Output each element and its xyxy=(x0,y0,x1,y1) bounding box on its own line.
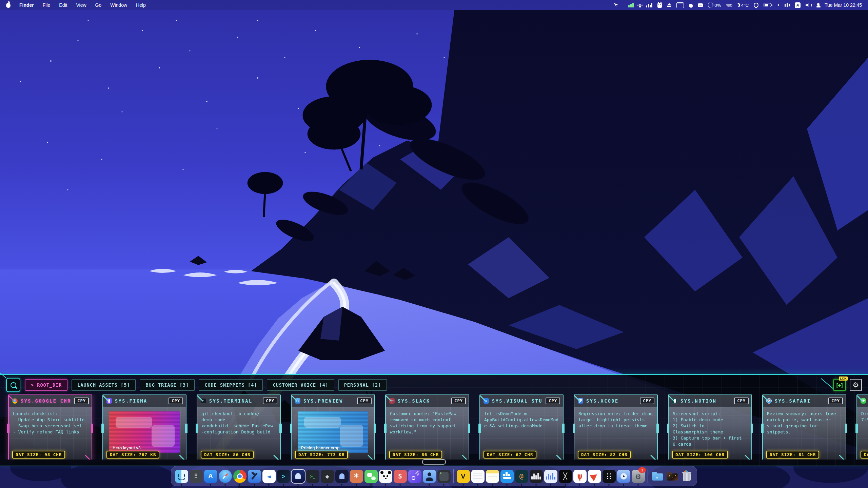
battery-icon[interactable] xyxy=(764,3,772,7)
dock-xcode[interactable] xyxy=(248,467,261,486)
dock-docker[interactable] xyxy=(500,467,514,486)
clip-card[interactable]: SYS.FIGMA CPY Hero layout v3 DAT_SIZE: 7… xyxy=(102,394,186,460)
volume-icon[interactable] xyxy=(806,3,812,7)
menu-bar: Finder File Edit View Go Window Help 0%4… xyxy=(0,0,868,10)
dock-pastepaw[interactable] xyxy=(291,467,305,486)
menu-finder[interactable]: Finder xyxy=(19,2,34,8)
dock-dotlist-app[interactable] xyxy=(602,467,616,486)
dock-swirl-app[interactable]: S xyxy=(393,467,407,486)
dock-chrome[interactable] xyxy=(233,467,246,486)
data-size-badge: DAT_SIZE: 98 CHR xyxy=(12,451,65,459)
copy-button[interactable]: CPY xyxy=(640,398,654,404)
menu-view[interactable]: View xyxy=(76,2,86,8)
clip-card[interactable]: SYS.XCODE CPY Regression note: folder dr… xyxy=(574,394,658,460)
dock-finder[interactable] xyxy=(175,467,188,486)
tab-bug-triage-3[interactable]: BUG TRIAGE [3] xyxy=(140,379,195,391)
apple-menu-icon[interactable] xyxy=(6,3,11,8)
pin-icon[interactable] xyxy=(754,3,758,7)
user-icon[interactable] xyxy=(817,5,820,5)
bell-icon[interactable] xyxy=(689,3,693,7)
dock-warp[interactable]: > xyxy=(277,467,290,486)
card-notch xyxy=(573,424,575,433)
paw-icon[interactable] xyxy=(639,3,641,7)
eject-icon[interactable] xyxy=(667,3,671,7)
dock-at-audio-app[interactable]: @ xyxy=(515,467,528,486)
copy-button[interactable]: CPY xyxy=(74,398,89,404)
tab-code-snippets-4[interactable]: CODE SNIPPETS [4] xyxy=(199,379,263,391)
tab-launch-assets-5[interactable]: LAUNCH ASSETS [5] xyxy=(72,379,136,391)
settings-button[interactable]: ⚙ xyxy=(850,379,862,391)
copy-button[interactable]: CPY xyxy=(263,398,277,404)
clip-card[interactable]: SYS.MESSAGES CPY Dinner at 7:30, table D… xyxy=(856,394,868,460)
dock-homepod[interactable] xyxy=(617,467,630,486)
dock-screen-sharing[interactable] xyxy=(422,467,436,486)
menu-file[interactable]: File xyxy=(43,2,51,8)
cursor-icon[interactable] xyxy=(614,3,618,7)
clip-card[interactable]: SYS.SLACK CPY Customer quote: "PastePaw … xyxy=(385,394,469,460)
menu-help[interactable]: Help xyxy=(136,2,146,8)
menu-edit[interactable]: Edit xyxy=(59,2,67,8)
dock-textedit[interactable] xyxy=(471,467,485,486)
copy-button[interactable]: CPY xyxy=(169,398,183,404)
dock-wechat[interactable] xyxy=(364,467,378,486)
dock-claude[interactable]: * xyxy=(350,467,363,486)
inbox-icon[interactable] xyxy=(698,3,703,7)
dock-comet-browser[interactable] xyxy=(408,467,421,486)
load-icon[interactable]: 0% xyxy=(708,2,721,8)
dock-waveform-app[interactable] xyxy=(544,467,557,486)
search-button[interactable] xyxy=(6,378,20,392)
dock-trash[interactable] xyxy=(680,467,693,486)
dock-notes[interactable] xyxy=(486,467,499,486)
clip-card[interactable]: SYS.NOTION CPY Screenshot script: 1) Ena… xyxy=(668,394,752,460)
dock-app-store[interactable]: A xyxy=(204,467,217,486)
dock-capcut[interactable]: ╳ xyxy=(558,467,572,486)
dock-keycap-app[interactable] xyxy=(437,467,451,486)
running-indicator xyxy=(181,484,182,486)
dock-panda-app[interactable] xyxy=(379,467,392,486)
dock-safari[interactable] xyxy=(218,467,232,486)
dock-eq-app[interactable] xyxy=(529,467,543,486)
new-snippet-label: [+] xyxy=(836,382,843,388)
clip-card[interactable]: SYS.GOOGLE CHROME CPY Launch checklist: … xyxy=(8,394,92,460)
coffee-icon[interactable] xyxy=(726,4,731,7)
dock-folder-art[interactable] xyxy=(665,467,679,486)
llama-icon[interactable] xyxy=(657,2,662,8)
copy-button[interactable]: CPY xyxy=(546,398,560,404)
menu-clock[interactable]: Tue Mar 10 22:45 xyxy=(825,2,862,8)
copy-button[interactable]: CPY xyxy=(828,398,843,404)
copy-button[interactable]: CPY xyxy=(451,398,466,404)
dock-ghost-terminal[interactable] xyxy=(335,467,349,486)
clip-card[interactable]: ◄ SYS.VISUAL STUDIO… CPY let isDemoMode … xyxy=(479,394,564,460)
tab-customer-voice-4[interactable]: CUSTOMER VOICE [4] xyxy=(267,379,334,391)
clip-card[interactable]: SYS.SAFARI CPY Review summary: users lov… xyxy=(762,394,846,460)
dock-folder-blue[interactable]: ❖ xyxy=(651,467,664,486)
dock-iterm[interactable]: >_ xyxy=(306,467,319,486)
list-icon[interactable] xyxy=(676,2,684,8)
signal-icon[interactable] xyxy=(628,3,634,7)
input-source-icon[interactable]: A xyxy=(795,2,801,8)
copy-button[interactable]: CPY xyxy=(734,398,749,404)
dock-yellow-v-app[interactable]: V xyxy=(456,467,470,486)
tab-root-dir[interactable]: > ROOT_DIR xyxy=(25,379,67,391)
copy-button[interactable]: CPY xyxy=(357,398,372,404)
dock-claw-app[interactable]: ψ xyxy=(573,467,587,486)
dock-cube-app[interactable]: ◆ xyxy=(320,467,334,486)
dock-arrow-app[interactable] xyxy=(588,467,601,486)
dock-settings[interactable]: ⚙1 xyxy=(631,467,645,486)
clip-cards-row: SYS.GOOGLE CHROME CPY Launch checklist: … xyxy=(0,394,868,460)
menu-window[interactable]: Window xyxy=(110,2,127,8)
new-snippet-button[interactable]: [+] LCK xyxy=(833,379,846,391)
dock-vscode[interactable]: ◄ xyxy=(262,467,276,486)
clip-card[interactable]: > SYS.TERMINAL CPY git checkout -b codex… xyxy=(197,394,281,460)
weather-icon[interactable]: 4°C xyxy=(736,3,749,8)
candles-icon[interactable] xyxy=(785,3,790,7)
menu-go[interactable]: Go xyxy=(95,2,102,8)
dock-launchpad[interactable]: ⠿ xyxy=(189,467,203,486)
chevron-icon[interactable]: ‹ xyxy=(777,1,780,8)
card-header: > SYS.TERMINAL CPY xyxy=(197,395,280,407)
horizontal-scrollbar[interactable] xyxy=(422,459,446,465)
tab-personal-2[interactable]: PERSONAL [2] xyxy=(338,379,387,391)
stats-icon[interactable] xyxy=(646,3,652,7)
data-size-badge: DAT_SIZE: 82 CHR xyxy=(578,451,631,459)
clip-card[interactable]: SYS.PREVIEW CPY Pricing banner crop DAT_… xyxy=(291,394,375,460)
